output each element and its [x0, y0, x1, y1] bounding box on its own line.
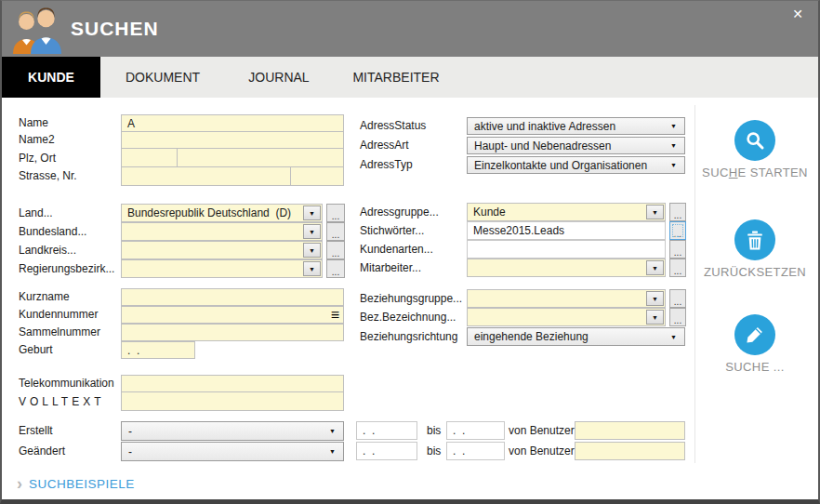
erstellt-von-date-input[interactable]: . .	[356, 421, 417, 440]
stichwoerter-value: Messe2015.Leads	[473, 224, 564, 237]
tab-kunde[interactable]: KUNDE	[2, 57, 100, 98]
suche-starten-button[interactable]: SUCHE STARTEN	[690, 120, 820, 179]
strasse-nr-label: Strasse, Nr.	[19, 166, 77, 185]
von-benutzer-label: von Benutzer	[509, 421, 575, 440]
volltext-input[interactable]	[121, 391, 344, 411]
bez-bezeichnung-picker-button[interactable]: ...	[669, 308, 686, 326]
mitarbeiter-label: Mitarbeiter...	[360, 259, 421, 277]
chevron-right-icon: ›	[17, 475, 22, 492]
adressgruppe-combobox[interactable]: Kunde ▼	[467, 203, 666, 221]
adresstyp-select[interactable]: Einzelkontakte und Organisationen ▼	[467, 156, 685, 174]
mitarbeiter-picker-button[interactable]: ...	[669, 259, 686, 277]
land-value: Bundesrepublik Deutschland (D)	[127, 206, 291, 219]
erstellt-select[interactable]: - ▼	[121, 421, 344, 441]
adressgruppe-picker-button[interactable]: ...	[669, 203, 686, 221]
beziehungsrichtung-value: eingehende Beziehung	[474, 330, 589, 343]
erstellt-benutzer-input[interactable]	[575, 421, 685, 440]
bez-bezeichnung-dropdown-button[interactable]: ▼	[646, 310, 664, 325]
zuruecksetzen-label: ZURÜCKSETZEN	[690, 265, 820, 279]
bundesland-combobox[interactable]: ▼	[121, 222, 323, 241]
erstellt-bis-date-input[interactable]: . .	[446, 421, 505, 440]
chevron-down-icon: ▼	[309, 229, 315, 235]
close-icon[interactable]: ✕	[792, 6, 803, 22]
land-picker-button[interactable]: ...	[326, 204, 345, 222]
regierungsbezirk-combobox[interactable]: ▼	[121, 259, 323, 278]
beziehungsgruppe-picker-button[interactable]: ...	[669, 289, 686, 308]
land-combobox[interactable]: Bundesrepublik Deutschland (D) ▼	[121, 204, 323, 222]
mitarbeiter-combobox[interactable]: ▼	[467, 259, 666, 277]
landkreis-combobox[interactable]: ▼	[121, 241, 323, 259]
adressgruppe-dropdown-button[interactable]: ▼	[646, 205, 664, 219]
bis-label: bis	[427, 442, 441, 460]
geaendert-von-date-input[interactable]: . .	[356, 442, 417, 460]
bundesland-picker-button[interactable]: ...	[326, 222, 345, 241]
beziehungsrichtung-select[interactable]: eingehende Beziehung ▼	[467, 327, 685, 346]
chevron-down-icon: ▼	[670, 334, 677, 340]
kundenarten-picker-button[interactable]: ...	[669, 240, 686, 259]
tab-journal[interactable]: JOURNAL	[225, 57, 333, 98]
ellipsis-icon: ...	[332, 232, 339, 238]
strasse-input[interactable]	[121, 166, 291, 186]
chevron-down-icon: ▼	[652, 209, 658, 216]
tab-bar: KUNDE DOKUMENT JOURNAL MITARBEITER	[2, 57, 818, 98]
chevron-down-icon: ▼	[309, 247, 315, 254]
chevron-down-icon: ▼	[670, 142, 677, 149]
ort-input[interactable]	[177, 148, 344, 167]
chevron-down-icon: ▼	[309, 210, 315, 217]
sammelnummer-input[interactable]	[121, 324, 344, 341]
dialog-header: SUCHEN ✕	[2, 1, 818, 57]
zuruecksetzen-button[interactable]: ZURÜCKSETZEN	[690, 219, 820, 279]
kundenarten-input[interactable]	[467, 240, 666, 259]
ellipsis-icon: ...	[332, 250, 339, 257]
kundennummer-input[interactable]: ≡	[121, 306, 344, 324]
date-value: . .	[363, 424, 375, 437]
tab-dokument[interactable]: DOKUMENT	[100, 57, 225, 98]
land-dropdown-button[interactable]: ▼	[303, 206, 321, 220]
beziehungsgruppe-dropdown-button[interactable]: ▼	[646, 291, 664, 306]
name2-input[interactable]	[121, 131, 344, 149]
landkreis-picker-button[interactable]: ...	[326, 241, 345, 259]
name-value: A	[127, 117, 135, 130]
geaendert-label: Geändert	[19, 442, 65, 461]
landkreis-label: Landkreis...	[19, 241, 76, 259]
landkreis-dropdown-button[interactable]: ▼	[303, 243, 321, 258]
tab-mitarbeiter[interactable]: MITARBEITER	[333, 57, 459, 98]
suchbeispiele-link[interactable]: › SUCHBEISPIELE	[17, 475, 135, 492]
date-value: . .	[363, 444, 375, 458]
adressgruppe-value: Kunde	[473, 206, 506, 219]
geaendert-select[interactable]: - ▼	[121, 442, 344, 461]
geburt-input[interactable]: . .	[121, 341, 195, 359]
stichwoerter-picker-button[interactable]: ...	[669, 221, 686, 240]
suche-bearbeiten-button[interactable]: SUCHE ...	[690, 314, 820, 374]
kurzname-input[interactable]	[121, 288, 344, 306]
stichwoerter-input[interactable]: Messe2015.Leads	[467, 221, 666, 240]
geaendert-bis-date-input[interactable]: . .	[446, 442, 505, 460]
ellipsis-icon: ...	[674, 212, 681, 219]
menu-icon[interactable]: ≡	[331, 307, 339, 323]
mitarbeiter-dropdown-button[interactable]: ▼	[646, 260, 664, 275]
adressart-select[interactable]: Haupt- und Nebenadressen ▼	[467, 137, 685, 154]
nr-input[interactable]	[290, 166, 344, 186]
telekommunikation-label: Telekommunikation	[19, 375, 114, 392]
plz-input[interactable]	[121, 148, 178, 167]
bez-bezeichnung-combobox[interactable]: ▼	[467, 308, 666, 326]
chevron-down-icon: ▼	[670, 123, 677, 129]
bundesland-label: Bundesland...	[19, 222, 86, 241]
chevron-down-icon: ▼	[329, 448, 336, 455]
regierungsbezirk-picker-button[interactable]: ...	[326, 259, 345, 278]
name-input[interactable]: A	[121, 114, 344, 132]
chevron-down-icon: ▼	[309, 266, 315, 272]
geaendert-benutzer-input[interactable]	[575, 442, 685, 460]
adressgruppe-label: Adressgruppe...	[360, 203, 439, 221]
ellipsis-icon: ...	[674, 249, 681, 256]
kundennummer-label: Kundennummer	[19, 306, 98, 324]
ellipsis-icon: ...	[674, 231, 681, 237]
adressstatus-select[interactable]: aktive und inaktive Adressen ▼	[467, 117, 685, 135]
bundesland-dropdown-button[interactable]: ▼	[303, 224, 321, 239]
beziehungsgruppe-combobox[interactable]: ▼	[467, 289, 666, 308]
erstellt-value: -	[128, 425, 132, 438]
regierungsbezirk-dropdown-button[interactable]: ▼	[303, 261, 321, 276]
telekommunikation-input[interactable]	[121, 375, 344, 392]
contacts-icon	[11, 5, 65, 55]
stichwoerter-label: Stichwörter...	[360, 221, 424, 240]
